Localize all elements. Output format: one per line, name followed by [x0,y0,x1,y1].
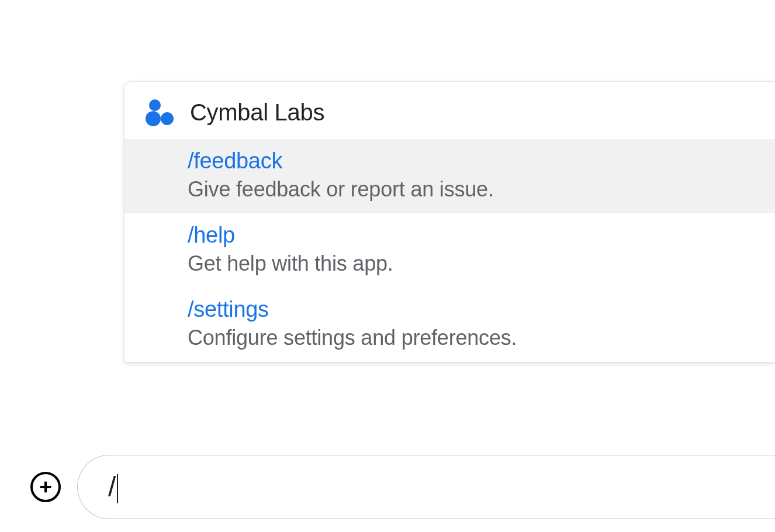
command-item-help[interactable]: /help Get help with this app. [124,213,775,288]
app-title: Cymbal Labs [190,99,324,126]
command-item-feedback[interactable]: /feedback Give feedback or report an iss… [124,139,775,213]
command-description: Get help with this app. [188,251,754,276]
text-cursor [117,474,118,503]
command-list: /feedback Give feedback or report an iss… [124,139,775,362]
command-name: /help [188,223,754,248]
slash-command-popup: Cymbal Labs /feedback Give feedback or r… [124,82,775,362]
plus-icon [37,479,54,495]
command-name: /settings [188,297,754,322]
popup-header: Cymbal Labs [124,82,775,139]
add-attachment-button[interactable] [30,472,61,502]
cymbal-labs-icon [146,98,174,126]
input-area: / [30,455,775,519]
command-item-settings[interactable]: /settings Configure settings and prefere… [124,288,775,362]
command-description: Configure settings and preferences. [188,326,754,350]
message-input-wrapper[interactable]: / [77,455,775,519]
message-input[interactable]: / [108,471,118,503]
command-name: /feedback [188,148,754,174]
command-description: Give feedback or report an issue. [188,177,754,202]
